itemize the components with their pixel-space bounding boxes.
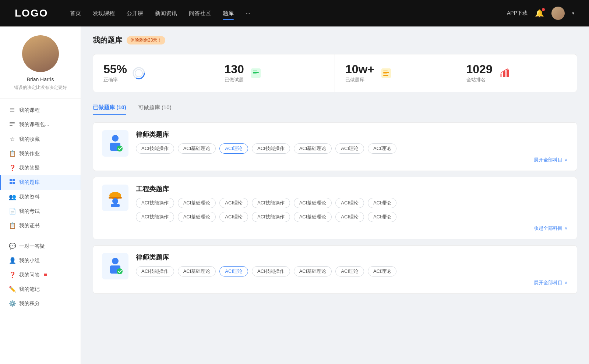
tab-done-banks[interactable]: 已做题库 (10): [93, 101, 126, 115]
nav-more[interactable]: ···: [246, 8, 250, 18]
svg-rect-1: [10, 124, 15, 124]
svg-rect-14: [381, 68, 391, 78]
tag-1-5[interactable]: ACI理论: [335, 198, 364, 208]
nav-right: APP下载 🔔 ▾: [507, 7, 574, 20]
stat-accuracy: 55% 正确率: [93, 54, 214, 92]
svg-rect-11: [253, 71, 257, 71]
stat-accuracy-label: 正确率: [103, 76, 127, 83]
tag-0-3[interactable]: ACI技能操作: [252, 143, 290, 154]
sidebar-item-groups[interactable]: 👤 我的小组: [0, 253, 81, 268]
tag-1-s0[interactable]: ACI技能操作: [136, 212, 174, 222]
sidebar-item-label: 我的考试: [19, 208, 40, 215]
user-profile: Brian Harris 错误的决定比没有决定要好: [0, 35, 81, 99]
tag-0-4[interactable]: ACI基础理论: [294, 143, 332, 154]
app-download-link[interactable]: APP下载: [507, 10, 528, 17]
trial-badge: 体验剩余23天！: [127, 36, 165, 44]
tag-2-3[interactable]: ACI技能操作: [252, 266, 290, 276]
bank-card-2: 工程类题库 ACI技能操作 ACI基础理论 ACI理论 ACI技能操作 ACI基…: [93, 177, 577, 239]
group-icon: 👤: [9, 257, 15, 264]
bank-card-3-title: 律师类题库: [136, 253, 568, 262]
tag-0-1[interactable]: ACI基础理论: [178, 143, 216, 154]
sidebar-item-favorites[interactable]: ☆ 我的收藏: [0, 132, 81, 146]
tag-1-s1[interactable]: ACI基础理论: [178, 212, 216, 222]
sidebar-item-certificates[interactable]: 📋 我的证书: [0, 218, 81, 233]
sidebar-item-question-bank[interactable]: 我的题库: [0, 175, 81, 190]
sidebar-item-my-courses[interactable]: ☰ 我的课程: [0, 103, 81, 117]
user-avatar[interactable]: [551, 7, 565, 20]
user-menu-chevron[interactable]: ▾: [572, 11, 574, 16]
note-green-icon: [250, 67, 262, 79]
bank-card-1-title: 律师类题库: [136, 130, 568, 139]
tag-2-1[interactable]: ACI基础理论: [178, 266, 216, 276]
svg-rect-2: [10, 125, 13, 126]
tag-2-2[interactable]: ACI理论: [219, 266, 248, 276]
stat-accuracy-text: 55% 正确率: [103, 63, 127, 83]
tag-1-0[interactable]: ACI技能操作: [136, 198, 174, 208]
tag-1-s2[interactable]: ACI理论: [219, 212, 248, 222]
stat-ranking: 1029 全站排名: [456, 54, 577, 92]
user-motto: 错误的决定比没有决定要好: [7, 85, 73, 91]
tag-2-5[interactable]: ACI理论: [335, 266, 364, 276]
sidebar-item-notes[interactable]: ✏️ 我的笔记: [0, 282, 81, 296]
notification-bell[interactable]: 🔔: [535, 9, 544, 18]
tab-available-banks[interactable]: 可做题库 (10): [138, 101, 172, 115]
tag-0-2[interactable]: ACI理论: [219, 143, 248, 154]
tag-1-1[interactable]: ACI基础理论: [178, 198, 216, 208]
nav-question-bank[interactable]: 题库: [223, 8, 234, 18]
lawyer-icon: [106, 134, 124, 153]
tag-0-5[interactable]: ACI理论: [335, 143, 364, 154]
bank-card-2-tags-row1: ACI技能操作 ACI基础理论 ACI理论 ACI技能操作 ACI基础理论 AC…: [136, 198, 568, 208]
bank-card-2-collapse[interactable]: 收起全部科目 ∧: [136, 225, 568, 232]
tag-1-s6[interactable]: ACI理论: [368, 212, 396, 222]
tag-1-2[interactable]: ACI理论: [219, 198, 248, 208]
nav-discover[interactable]: 发现课程: [93, 8, 115, 18]
page-wrapper: Brian Harris 错误的决定比没有决定要好 ☰ 我的课程 我的课程包..…: [0, 0, 589, 364]
sidebar-item-my-qa[interactable]: ❓ 我的问答: [0, 268, 81, 282]
stat-ranking-label: 全站排名: [466, 76, 493, 83]
bank-card-3-expand[interactable]: 展开全部科目 ∨: [136, 279, 568, 286]
tag-1-6[interactable]: ACI理论: [368, 198, 396, 208]
sidebar-item-qa-my[interactable]: ❓ 我的答疑: [0, 161, 81, 175]
bank-card-1-tags: ACI技能操作 ACI基础理论 ACI理论 ACI技能操作 ACI基础理论 AC…: [136, 143, 568, 154]
logo[interactable]: LOGO: [15, 7, 48, 19]
sidebar-item-label: 我的课程包...: [19, 121, 49, 128]
sidebar-item-points[interactable]: ⚙️ 我的积分: [0, 296, 81, 311]
tag-2-0[interactable]: ACI技能操作: [136, 266, 174, 276]
nav-news[interactable]: 新闻资讯: [155, 8, 177, 18]
nav-open-course[interactable]: 公开课: [127, 8, 143, 18]
tag-2-4[interactable]: ACI基础理论: [294, 266, 332, 276]
sidebar-item-exams[interactable]: 📄 我的考试: [0, 204, 81, 218]
stats-row: 55% 正确率 130 已做试题: [93, 54, 577, 92]
bank-card-3-content: 律师类题库 ACI技能操作 ACI基础理论 ACI理论 ACI技能操作 ACI基…: [136, 253, 568, 286]
tag-1-3[interactable]: ACI技能操作: [252, 198, 290, 208]
tag-1-s5[interactable]: ACI理论: [335, 212, 364, 222]
sidebar-item-homework[interactable]: 📋 我的作业: [0, 146, 81, 161]
svg-rect-0: [10, 122, 15, 123]
sidebar-item-label: 我的题库: [19, 179, 40, 186]
package-icon: [9, 121, 15, 128]
sidebar-item-one-on-one[interactable]: 💬 一对一答疑: [0, 239, 81, 253]
bank-card-3: 律师类题库 ACI技能操作 ACI基础理论 ACI理论 ACI技能操作 ACI基…: [93, 245, 577, 294]
tag-1-s4[interactable]: ACI基础理论: [294, 212, 332, 222]
bank-card-1-expand[interactable]: 展开全部科目 ∨: [136, 157, 568, 163]
tag-1-4[interactable]: ACI基础理论: [294, 198, 332, 208]
user-avatar-large: [22, 35, 59, 72]
sidebar-item-materials[interactable]: 👥 我的资料: [0, 190, 81, 204]
nav-links: 首页 发现课程 公开课 新闻资讯 问答社区 题库 ···: [70, 8, 507, 18]
tag-0-0[interactable]: ACI技能操作: [136, 143, 174, 154]
tag-2-6[interactable]: ACI理论: [368, 266, 396, 276]
tag-0-6[interactable]: ACI理论: [368, 143, 396, 154]
sidebar-item-course-packages[interactable]: 我的课程包...: [0, 117, 81, 132]
page-title: 我的题库: [93, 35, 122, 45]
stat-ranking-value: 1029: [466, 63, 493, 75]
pie-chart-icon: [132, 67, 145, 80]
nav-home[interactable]: 首页: [70, 8, 81, 18]
qa-icon: ❓: [9, 164, 15, 171]
note-orange-icon: [380, 67, 392, 79]
nav-qa[interactable]: 问答社区: [189, 8, 211, 18]
cert-icon: 📋: [9, 222, 15, 229]
tag-1-s3[interactable]: ACI技能操作: [252, 212, 290, 222]
course-icon: ☰: [9, 107, 15, 114]
stat-ranking-text: 1029 全站排名: [466, 63, 493, 83]
sidebar-divider-1: [0, 236, 81, 236]
